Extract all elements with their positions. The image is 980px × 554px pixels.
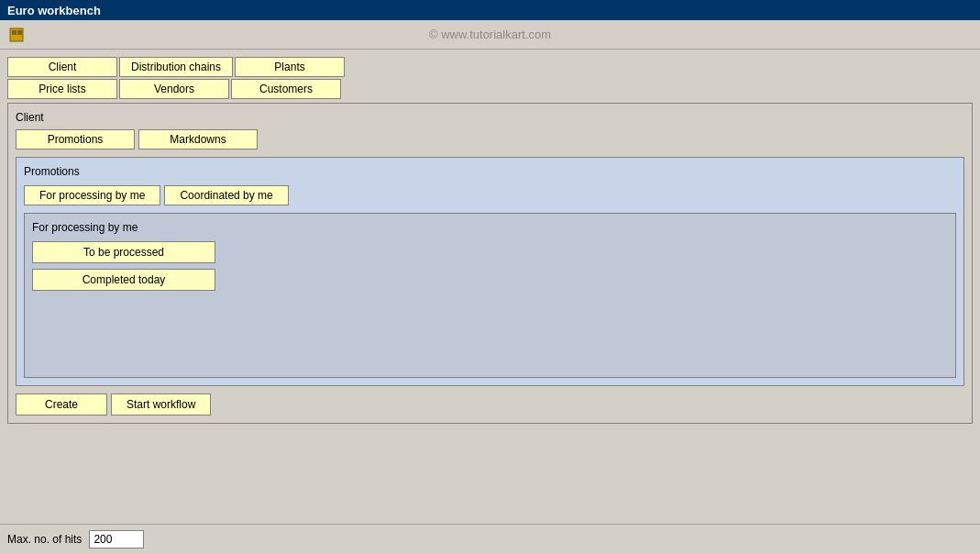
start-workflow-button[interactable]: Start workflow [111,393,211,416]
max-hits-label: Max. no. of hits [7,533,82,546]
tab-plants[interactable]: Plants [235,57,345,77]
promotions-button[interactable]: Promotions [16,129,135,150]
client-panel-label: Client [16,111,964,124]
footer: Max. no. of hits [0,524,980,554]
completed-today-button[interactable]: Completed today [32,269,215,291]
promotions-label: Promotions [24,165,956,178]
tab-vendors[interactable]: Vendors [119,79,229,99]
tab-price-lists[interactable]: Price lists [7,79,117,99]
window-title: Euro workbench [7,4,101,17]
main-content: Client Distribution chains Plants Price … [0,50,980,431]
tab-row-2: Price lists Vendors Customers [7,79,973,99]
max-hits-input[interactable] [89,530,144,548]
markdowns-button[interactable]: Markdowns [138,129,258,150]
promotions-buttons: For processing by me Coordinated by me [24,185,956,205]
promotions-section: Promotions For processing by me Coordina… [16,157,964,386]
client-inner-buttons: Promotions Markdowns [16,129,964,150]
for-processing-button[interactable]: For processing by me [24,185,160,205]
tab-client[interactable]: Client [7,57,117,77]
for-processing-label: For processing by me [32,221,948,234]
toolbar: © www.tutorialkart.com [0,20,980,50]
create-button[interactable]: Create [16,393,107,416]
tab-distribution-chains[interactable]: Distribution chains [119,57,233,77]
empty-area [32,296,948,370]
to-be-processed-button[interactable]: To be processed [32,241,215,263]
bottom-buttons: Create Start workflow [16,393,964,416]
tab-customers[interactable]: Customers [231,79,341,99]
coordinated-button[interactable]: Coordinated by me [164,185,288,205]
svg-rect-1 [12,30,17,35]
client-panel: Client Promotions Markdowns Promotions F… [7,103,973,424]
svg-rect-2 [17,30,22,35]
tab-row-1: Client Distribution chains Plants [7,57,973,77]
watermark: © www.tutorialkart.com [429,28,551,41]
for-processing-panel: For processing by me To be processed Com… [24,213,956,378]
title-bar: Euro workbench [0,0,980,20]
toolbar-icon[interactable] [7,26,26,44]
